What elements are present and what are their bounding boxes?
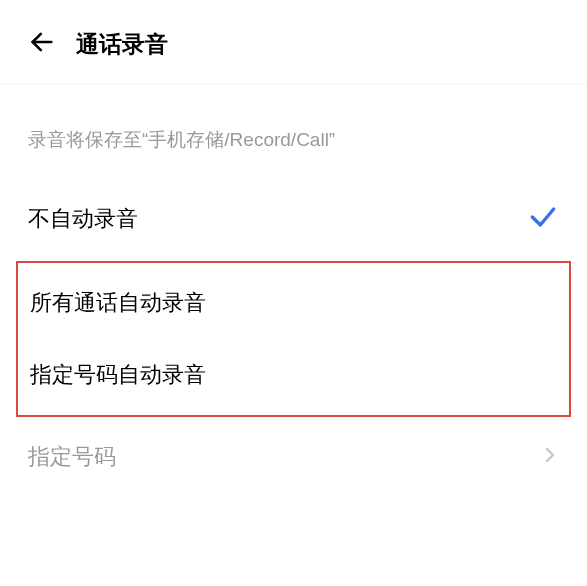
option-specific-number[interactable]: 指定号码 — [0, 421, 587, 493]
option-label: 指定号码 — [28, 442, 116, 472]
option-label: 不自动录音 — [28, 204, 138, 234]
option-specific-number-record[interactable]: 指定号码自动录音 — [18, 339, 569, 411]
back-button[interactable] — [28, 28, 56, 60]
page-title: 通话录音 — [76, 29, 168, 60]
option-label: 指定号码自动录音 — [30, 360, 206, 390]
option-label: 所有通话自动录音 — [30, 288, 206, 318]
arrow-left-icon — [28, 28, 56, 60]
option-all-calls-record[interactable]: 所有通话自动录音 — [18, 267, 569, 339]
highlighted-options: 所有通话自动录音 指定号码自动录音 — [16, 261, 571, 417]
storage-hint: 录音将保存至“手机存储/Record/Call” — [0, 95, 587, 181]
content-area: 录音将保存至“手机存储/Record/Call” 不自动录音 所有通话自动录音 … — [0, 85, 587, 493]
chevron-right-icon — [541, 446, 559, 468]
header-bar: 通话录音 — [0, 0, 587, 85]
check-icon — [527, 201, 559, 237]
option-no-auto-record[interactable]: 不自动录音 — [0, 181, 587, 257]
